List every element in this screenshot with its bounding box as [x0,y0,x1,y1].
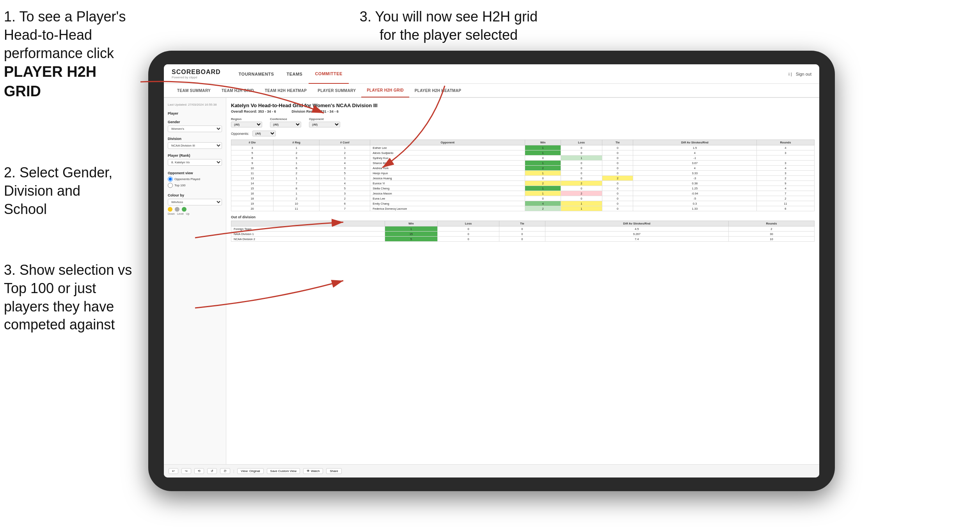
sub-nav-player-h2h[interactable]: PLAYER H2H GRID [361,83,409,97]
cell-rounds: 11 [756,201,814,206]
instruction-bot-left: 3. Show selection vs Top 100 or just pla… [4,261,133,334]
cell-opponent: Andrea York [370,166,525,171]
refresh-btn[interactable]: ↺ [207,468,217,474]
cell-diff: 4 [633,150,757,156]
cell-rounds: 4 [756,166,814,171]
cell-win: 2 [525,166,561,171]
cell-win: 1 [525,161,561,166]
sidebar-division-label: Division [168,137,222,141]
filter-conference: Conference (All) [270,117,301,127]
cell-loss: 0 [561,161,602,166]
region-filter-select[interactable]: (All) [231,122,262,127]
cell-conf: 2 [320,150,370,156]
cell-diff: -1 [633,156,757,161]
cell-win: 2 [525,181,561,186]
logo-text: SCOREBOARD [172,69,221,76]
cell-div: 6 [231,156,273,161]
sub-nav-team-h2h[interactable]: TEAM H2H GRID [216,83,259,97]
cell-win: 4 [525,201,561,206]
cell-tie: 0 [602,201,633,206]
nav-committee[interactable]: COMMITTEE [309,64,349,84]
cell-opponent: Heejo Hyun [370,171,525,176]
cell-win: 0 [525,156,561,161]
view-original-btn[interactable]: View: Original [237,468,263,474]
ood-col-rounds: Rounds [728,221,814,226]
share-btn[interactable]: Share [326,468,341,474]
nav-teams[interactable]: TEAMS [280,64,309,84]
ood-col-tie: Tie [499,221,545,226]
cell-conf: 3 [320,166,370,171]
cell-loss: 0 [561,196,602,201]
save-custom-btn[interactable]: Save Custom View [267,468,300,474]
opponents-filter-select[interactable]: (All) [252,131,276,136]
cell-diff: 3.67 [633,161,757,166]
sidebar-radio-top100[interactable]: Top 100 [168,183,222,188]
instruction-text-2: 2. Select Gender,Division andSchool [4,164,112,217]
col-rounds: Rounds [756,140,814,145]
sub-nav-team-heatmap[interactable]: TEAM H2H HEATMAP [259,83,312,97]
cell-div: 5 [231,150,273,156]
sub-nav-team-summary[interactable]: TEAM SUMMARY [172,83,216,97]
cell-win: 0 [525,196,561,201]
watch-btn[interactable]: 👁 Watch [303,468,323,474]
conference-filter-select[interactable]: (All) [270,122,301,127]
sidebar-colour-label: Colour by [168,193,222,197]
nav-tournaments[interactable]: TOURNAMENTS [233,64,281,84]
table-row: 20 11 7 Federica Domecq Lacroze 2 1 0 1.… [231,206,815,211]
undo2-btn[interactable]: ⟲ [194,468,204,474]
cell-rounds: 6 [756,206,814,211]
sub-nav-player-summary[interactable]: PLAYER SUMMARY [312,83,361,97]
ood-cell-rounds: 30 [728,232,814,237]
cell-div: 20 [231,206,273,211]
clock-btn[interactable]: ⏱ [220,468,230,474]
ood-cell-tie: 0 [499,226,545,232]
ood-cell-loss: 0 [437,226,499,232]
cell-loss: 2 [561,181,602,186]
redo-btn[interactable]: ↪ [181,468,191,474]
cell-div: 11 [231,171,273,176]
ood-col-loss: Loss [437,221,499,226]
cell-div: 10 [231,166,273,171]
cell-rounds: 3 [756,171,814,176]
cell-reg: 8 [273,186,320,191]
sub-nav-player-heatmap[interactable]: PLAYER H2H HEATMAP [409,83,467,97]
cell-loss: 1 [561,201,602,206]
nav-right: i | Sign out [788,72,811,76]
ood-cell-diff: 9.267 [545,232,728,237]
nav-separator: i | [788,72,792,76]
cell-diff: 1.33 [633,206,757,211]
ood-cell-diff: 4.5 [545,226,728,232]
grid-title: Katelyn Vo Head-to-Head Grid for Women's… [231,103,815,108]
cell-tie: 2 [602,176,633,181]
undo-btn[interactable]: ↩ [169,468,178,474]
ood-cell-rounds: 10 [728,237,814,242]
cell-loss: 2 [561,191,602,196]
sidebar-division-select[interactable]: NCAA Division III NCAA Division I NCAA D… [168,142,222,149]
sidebar-player-rank-select[interactable]: 8. Katelyn Vo [168,159,222,166]
cell-loss: 0 [561,186,602,191]
table-row: 18 2 2 Euna Lee 0 0 0 -5 2 [231,196,815,201]
cell-diff: 0.3 [633,201,757,206]
col-loss: Loss [561,140,602,145]
table-row: 10 6 3 Andrea York 2 0 0 4 4 [231,166,815,171]
cell-loss: 1 [561,156,602,161]
sidebar-gender-select[interactable]: Women's Men's [168,126,222,132]
cell-conf: 4 [320,181,370,186]
cell-tie: 0 [602,145,633,150]
cell-loss: 1 [561,206,602,211]
sign-out[interactable]: Sign out [796,72,811,76]
table-row: 15 8 5 Stella Cheng 1 0 0 1.25 4 [231,186,815,191]
opponent-filter-select[interactable]: (All) [309,122,340,127]
table-row: 13 1 1 Jessica Huang 0 0 2 -3 2 [231,176,815,181]
sidebar-colour-select[interactable]: Win/loss [168,199,222,205]
grid-records: Overall Record: 353 - 34 - 6 Division Re… [231,110,815,113]
filter-opponent: Opponent (All) [309,117,340,127]
cell-rounds: 4 [756,145,814,150]
filter-row: Region (All) Conference (All) Opponent (… [231,117,815,127]
cell-rounds: 3 [756,161,814,166]
out-of-division-header: Out of division [231,215,815,219]
sidebar-radio-opponents[interactable]: Opponents Played [168,177,222,182]
instruction-top-right: 3. You will now see H2H grid for the pla… [351,8,546,44]
cell-diff: 4 [633,166,757,171]
sidebar-gender-section: Gender Women's Men's [168,120,222,132]
